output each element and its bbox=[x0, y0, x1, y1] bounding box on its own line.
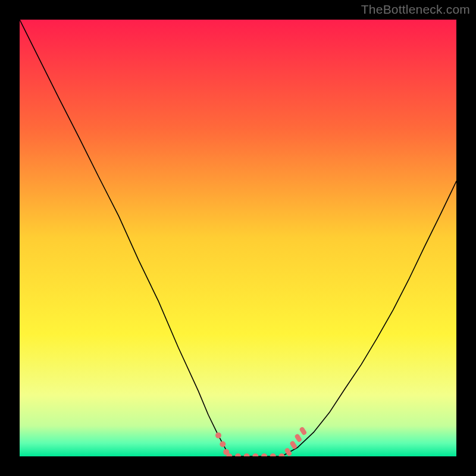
chart-svg bbox=[20, 20, 456, 456]
marker-left-dot-mid bbox=[220, 441, 226, 447]
marker-left-dot-upper bbox=[215, 433, 221, 439]
plot-area bbox=[20, 20, 456, 456]
app-frame: TheBottleneck.com bbox=[0, 0, 476, 476]
chart-background bbox=[20, 20, 456, 456]
watermark-text: TheBottleneck.com bbox=[361, 2, 470, 17]
